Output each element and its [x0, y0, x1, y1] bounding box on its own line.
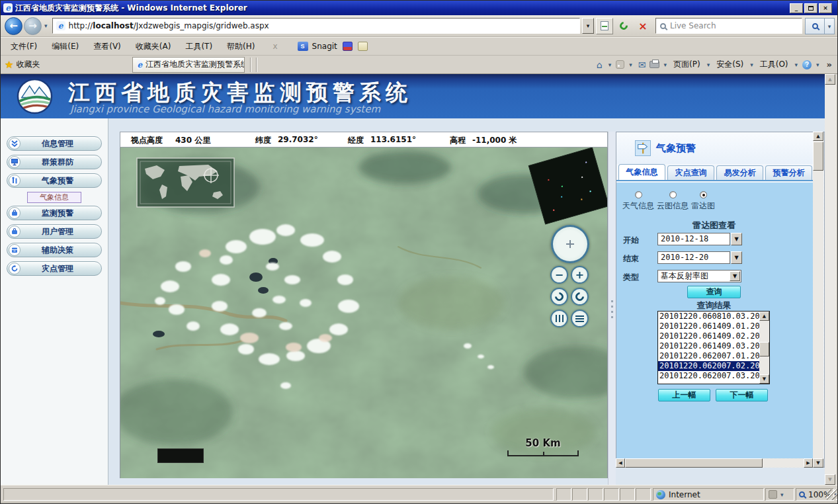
- help-dropdown[interactable]: ▾: [814, 62, 822, 68]
- tools-menu-dropdown[interactable]: ▾: [792, 62, 801, 68]
- query-button[interactable]: 查询: [687, 286, 741, 298]
- scroll-thumb[interactable]: [625, 458, 763, 468]
- list-scrollbar[interactable]: ▲ ▼: [759, 312, 769, 384]
- result-row[interactable]: 20101220.061409.01.20.: [658, 321, 769, 331]
- snagit-capture-button[interactable]: [343, 42, 353, 51]
- tilt-button[interactable]: [550, 310, 568, 327]
- sidebar-item-weather-warning[interactable]: 气象预警: [7, 173, 102, 188]
- pan-control[interactable]: [551, 225, 589, 263]
- scroll-down-icon[interactable]: ▼: [825, 474, 835, 485]
- minimize-button[interactable]: _: [790, 3, 803, 13]
- menu-help[interactable]: 帮助(H): [220, 38, 262, 55]
- sidebar-item-disaster-management[interactable]: 灾点管理: [7, 261, 102, 276]
- scroll-left-icon[interactable]: ◀: [616, 458, 625, 468]
- menu-view[interactable]: 查看(V): [86, 38, 128, 55]
- read-mail-button[interactable]: ✉: [637, 60, 648, 70]
- result-row[interactable]: 20101220.062007.03.20.: [658, 371, 769, 381]
- favorites-button[interactable]: 收藏夹: [16, 59, 40, 70]
- safety-menu-button[interactable]: 安全(S): [714, 59, 745, 70]
- result-row[interactable]: 20101220.062007.02.20.: [658, 361, 769, 371]
- print-button[interactable]: [649, 61, 659, 68]
- compatibility-view-button[interactable]: [596, 18, 613, 34]
- radio-icon[interactable]: [700, 191, 707, 198]
- panel-horizontal-scrollbar[interactable]: ◀ ▶: [616, 458, 813, 468]
- results-listbox[interactable]: 20101220.060810.03.20. 20101220.061409.0…: [657, 311, 770, 384]
- history-dropdown[interactable]: ▾: [42, 22, 50, 29]
- scroll-down-icon[interactable]: ▼: [813, 458, 823, 468]
- start-date-input[interactable]: 2010-12-18: [657, 233, 730, 245]
- home-dropdown[interactable]: ▾: [606, 62, 614, 68]
- result-row[interactable]: 20101220.062007.01.20.: [658, 351, 769, 361]
- next-image-button[interactable]: 下一幅: [716, 389, 768, 401]
- radio-icon[interactable]: [635, 191, 642, 198]
- page-menu-button[interactable]: 页面(P): [671, 59, 702, 70]
- radio-option-cloud[interactable]: 云图信息: [655, 191, 690, 212]
- forward-button[interactable]: →: [24, 17, 42, 35]
- feeds-dropdown[interactable]: ▾: [626, 62, 635, 68]
- rotate-ccw-button[interactable]: [550, 288, 568, 306]
- snagit-editor-button[interactable]: [358, 42, 368, 51]
- result-row[interactable]: 20101220.060810.03.20.: [658, 312, 769, 321]
- sidebar-item-user-management[interactable]: 用户管理: [7, 224, 102, 239]
- snagit-toolbar[interactable]: S Snagit: [298, 42, 337, 51]
- scroll-up-icon[interactable]: ▲: [759, 312, 769, 321]
- chevron-down-icon[interactable]: ▾: [780, 491, 784, 498]
- scroll-up-icon[interactable]: ▲: [813, 132, 823, 141]
- scroll-up-icon[interactable]: ▲: [825, 74, 835, 85]
- address-input[interactable]: e http://localhost/Jxdzwebgis_mapgis/gri…: [52, 18, 580, 34]
- radio-icon[interactable]: [669, 191, 677, 198]
- page-scrollbar[interactable]: ▲ ▼: [825, 74, 835, 485]
- print-dropdown[interactable]: ▾: [661, 62, 670, 68]
- map-panel-splitter[interactable]: [608, 132, 616, 485]
- menu-tools[interactable]: 工具(T): [178, 38, 220, 55]
- address-dropdown[interactable]: ▾: [582, 18, 594, 34]
- pan-right-icon[interactable]: [576, 239, 585, 249]
- scroll-thumb[interactable]: [759, 342, 769, 357]
- menu-edit[interactable]: 编辑(E): [44, 38, 86, 55]
- sidebar-item-group-prevention[interactable]: 群策群防: [7, 155, 102, 169]
- result-row[interactable]: 20101220.061409.02.20.: [658, 331, 769, 341]
- page-menu-dropdown[interactable]: ▾: [704, 62, 713, 68]
- end-date-dropdown[interactable]: ▼: [731, 251, 742, 264]
- rotate-cw-button[interactable]: [571, 288, 589, 306]
- start-date-dropdown[interactable]: ▼: [731, 233, 742, 245]
- search-input[interactable]: Live Search: [655, 18, 802, 34]
- sidebar-item-info-management[interactable]: 信息管理: [7, 136, 102, 151]
- search-go-button[interactable]: [805, 18, 825, 34]
- back-button[interactable]: ←: [5, 17, 22, 35]
- previous-image-button[interactable]: 上一幅: [658, 389, 710, 401]
- scroll-thumb[interactable]: [813, 142, 823, 171]
- tab-warning-analysis[interactable]: 预警分析: [765, 165, 812, 180]
- title-bar[interactable]: e 江西省地质灾害监测预警系统 - Windows Internet Explo…: [1, 1, 838, 15]
- close-button[interactable]: ×: [819, 3, 832, 13]
- maximize-button[interactable]: [804, 3, 817, 13]
- pan-left-icon[interactable]: [555, 239, 564, 249]
- toolbar-overflow-button[interactable]: »: [824, 60, 835, 69]
- scroll-right-icon[interactable]: ▶: [804, 458, 813, 468]
- chevron-down-icon[interactable]: ▼: [730, 271, 740, 281]
- help-button[interactable]: ?: [802, 60, 812, 69]
- zoom-in-button[interactable]: +: [571, 266, 589, 284]
- zoom-out-button[interactable]: −: [550, 266, 568, 284]
- protected-mode-cell[interactable]: ▾: [765, 488, 794, 501]
- menu-favorites[interactable]: 收藏夹(A): [128, 38, 179, 55]
- tab-disaster-query[interactable]: 灾点查询: [667, 165, 714, 180]
- radio-option-weather[interactable]: 天气信息: [621, 191, 655, 212]
- layers-button[interactable]: [571, 310, 589, 327]
- end-date-input[interactable]: 2010-12-20: [657, 251, 730, 264]
- tab-current-page[interactable]: e 江西省地质灾害监测预警系统: [132, 57, 245, 73]
- stop-button[interactable]: ×: [634, 18, 651, 34]
- menu-file[interactable]: 文件(F): [3, 38, 44, 55]
- sidebar-subitem-weather-info[interactable]: 气象信息: [27, 192, 81, 203]
- tab-susceptibility-analysis[interactable]: 易发分析: [716, 165, 763, 180]
- tools-menu-button[interactable]: 工具(O): [758, 59, 790, 70]
- panel-vertical-scrollbar[interactable]: ▲ ▼: [813, 132, 823, 468]
- radio-option-radar[interactable]: 雷达图: [686, 191, 720, 212]
- sidebar-item-decision-support[interactable]: 辅助决策: [7, 243, 102, 257]
- resize-grip[interactable]: [827, 489, 837, 500]
- result-row[interactable]: 20101220.061409.03.20.: [658, 341, 769, 351]
- pan-up-icon[interactable]: [566, 229, 575, 238]
- sidebar-item-monitoring-warning[interactable]: 监测预警: [7, 206, 102, 220]
- safety-menu-dropdown[interactable]: ▾: [747, 62, 756, 68]
- search-options-dropdown[interactable]: ▾: [825, 18, 835, 34]
